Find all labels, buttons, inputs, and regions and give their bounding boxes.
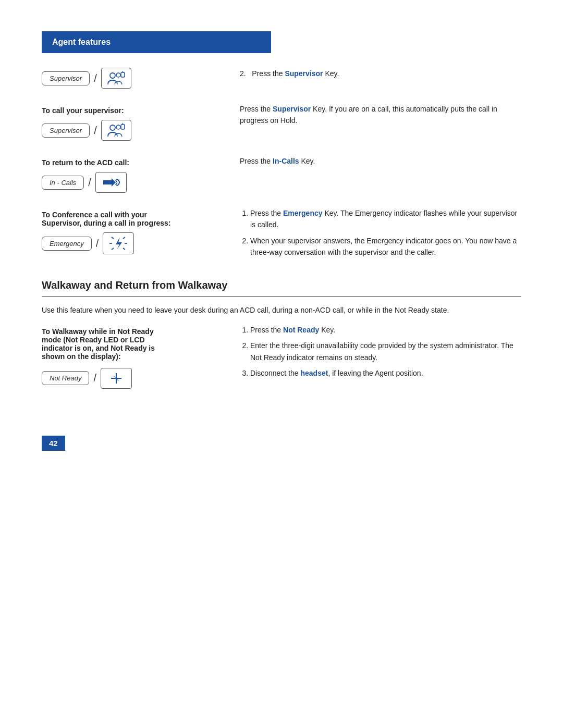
emergency-step2: When your supervisor answers, the Emerge… xyxy=(250,235,521,258)
notready-key-row: Not Ready / xyxy=(42,368,219,389)
walkaway-step2: Enter the three-digit unavailability cod… xyxy=(250,340,521,363)
emergency-step1: Press the Emergency Key. The Emergency i… xyxy=(250,207,521,231)
call-supervisor-desc: Press the Supervisor Key. If you are on … xyxy=(240,103,521,127)
svg-line-10 xyxy=(123,248,125,250)
conference-row: To Conference a call with your Superviso… xyxy=(42,207,521,263)
svg-marker-7 xyxy=(116,237,122,250)
supervisor-key-row-2: Supervisor / xyxy=(42,120,219,141)
call-sup-desc1: Press the xyxy=(240,105,273,113)
return-acd-row: To return to the ACD call: In - Calls / … xyxy=(42,155,521,198)
svg-point-4 xyxy=(116,125,120,129)
incalls-key-btn: In - Calls xyxy=(42,176,84,190)
call-supervisor-row: To call your supervisor: Supervisor / Pr… xyxy=(42,103,521,146)
svg-point-3 xyxy=(110,125,115,130)
step2-label: 2. xyxy=(240,69,246,78)
return-acd-desc2: Key. xyxy=(299,157,315,165)
svg-line-13 xyxy=(112,248,114,250)
svg-line-8 xyxy=(123,237,125,239)
section-header-banner: Agent features xyxy=(42,31,271,53)
svg-point-1 xyxy=(116,73,120,77)
slash-4: / xyxy=(96,238,99,250)
step2-prefix: Press the xyxy=(252,69,285,78)
svg-point-0 xyxy=(110,73,115,78)
walkaway-left: To Walkaway while in Not Ready mode (Not… xyxy=(42,324,219,394)
conference-left: To Conference a call with your Superviso… xyxy=(42,207,219,260)
call-sup-key: Supervisor xyxy=(273,105,311,113)
return-acd-desc: Press the In-Calls Key. xyxy=(240,155,521,167)
walkaway-title: Walkaway and Return from Walkaway xyxy=(42,279,521,291)
notready-key-btn: Not Ready xyxy=(42,371,89,385)
return-acd-desc1: Press the xyxy=(240,157,273,165)
conference-label: To Conference a call with your Superviso… xyxy=(42,211,219,227)
slash-top: / xyxy=(94,72,97,84)
headset-link: headset xyxy=(301,369,328,377)
walkaway-steps: Press the Not Ready Key. Enter the three… xyxy=(240,324,521,384)
section-divider xyxy=(42,297,521,297)
svg-rect-5 xyxy=(121,125,125,129)
walkaway-step1: Press the Not Ready Key. xyxy=(250,324,521,336)
svg-rect-2 xyxy=(121,72,125,77)
supervisor-step2-row: Supervisor / 2. Press the Supervisor K xyxy=(42,68,521,94)
svg-marker-6 xyxy=(103,178,116,187)
section-header-title: Agent features xyxy=(52,38,111,46)
supervisor-key-display-top: Supervisor / xyxy=(42,68,219,94)
slash-5: / xyxy=(93,372,96,384)
page-number-container: 42 xyxy=(42,415,521,451)
walkaway-main-row: To Walkaway while in Not Ready mode (Not… xyxy=(42,324,521,394)
notready-icon xyxy=(101,368,132,389)
call-supervisor-label: To call your supervisor: xyxy=(42,106,219,115)
emergency-key-link: Emergency xyxy=(283,209,322,217)
supervisor-key-btn-2: Supervisor xyxy=(42,124,90,138)
supervisor-icon-2 xyxy=(101,120,131,141)
return-acd-key: In-Calls xyxy=(273,157,299,165)
supervisor-key-btn-top: Supervisor xyxy=(42,71,90,85)
call-supervisor-left: To call your supervisor: Supervisor / xyxy=(42,103,219,146)
walkaway-intro: Use this feature when you need to leave … xyxy=(42,304,521,316)
slash-2: / xyxy=(94,125,97,137)
step2-suffix: Key. xyxy=(323,69,339,78)
step2-key: Supervisor xyxy=(285,69,323,78)
svg-line-11 xyxy=(112,237,114,239)
return-acd-left: To return to the ACD call: In - Calls / xyxy=(42,155,219,198)
supervisor-icon-top xyxy=(101,68,131,89)
walkaway-condition-label: To Walkaway while in Not Ready mode (Not… xyxy=(42,327,219,361)
walkaway-step3: Disconnect the headset, if leaving the A… xyxy=(250,367,521,379)
walkaway-section: Walkaway and Return from Walkaway Use th… xyxy=(42,279,521,394)
emergency-key-btn: Emergency xyxy=(42,237,92,251)
emergency-icon xyxy=(103,232,134,254)
return-acd-label: To return to the ACD call: xyxy=(42,158,219,167)
incalls-icon xyxy=(95,172,127,193)
emergency-steps: Press the Emergency Key. The Emergency i… xyxy=(240,207,521,263)
incalls-key-row: In - Calls / xyxy=(42,172,219,193)
emergency-key-row: Emergency / xyxy=(42,232,219,254)
page-number: 42 xyxy=(42,436,65,451)
notready-key-link: Not Ready xyxy=(283,326,319,334)
supervisor-key-row-top: Supervisor / xyxy=(42,68,219,89)
slash-3: / xyxy=(88,177,91,189)
step2-text: 2. Press the Supervisor Key. xyxy=(240,68,521,79)
